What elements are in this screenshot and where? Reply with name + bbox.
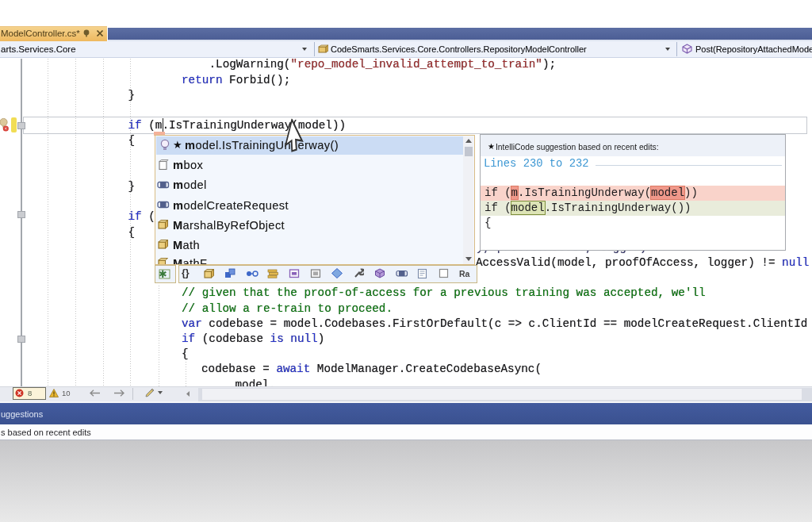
svg-text:Ra: Ra bbox=[459, 269, 470, 278]
